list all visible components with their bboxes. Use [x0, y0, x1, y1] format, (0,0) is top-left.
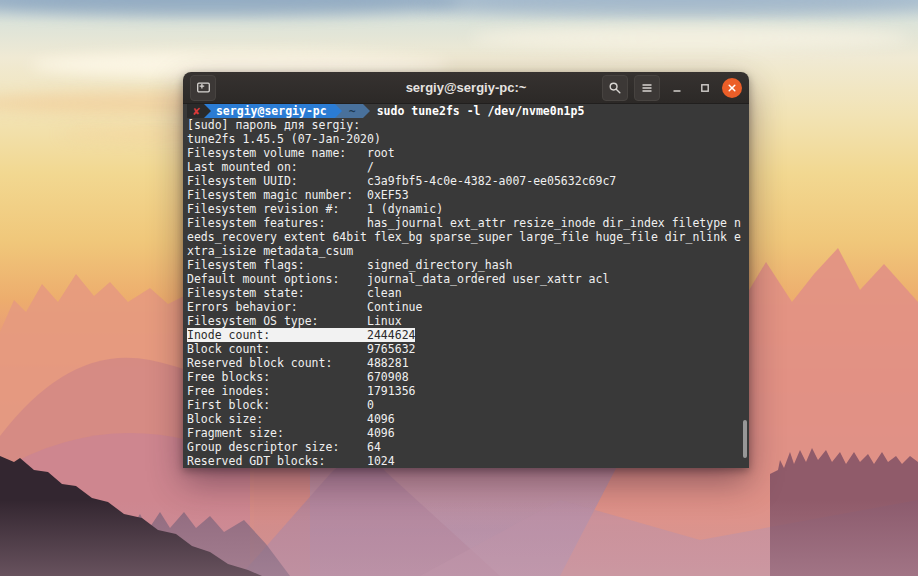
terminal-line: Errors behavior: Continue: [187, 300, 749, 314]
terminal-line: xtra_isize metadata_csum: [187, 244, 749, 258]
search-button[interactable]: [602, 75, 628, 101]
new-tab-icon: [196, 80, 211, 95]
terminal-line: Free blocks: 670908: [187, 370, 749, 384]
powerline-arrow-icon: [204, 104, 211, 118]
desktop: sergiy@sergiy-pc:~: [0, 0, 918, 576]
terminal-line: Free inodes: 1791356: [187, 384, 749, 398]
window-titlebar[interactable]: sergiy@sergiy-pc:~: [183, 72, 749, 104]
hamburger-menu-icon: [640, 81, 654, 95]
close-icon: [727, 83, 737, 93]
terminal-line: Group descriptor size: 64: [187, 440, 749, 454]
menu-button[interactable]: [634, 75, 660, 101]
terminal-line: Filesystem revision #: 1 (dynamic): [187, 202, 749, 216]
terminal-line: Filesystem UUID: c3a9fbf5-4c0e-4382-a007…: [187, 174, 749, 188]
terminal-line: First block: 0: [187, 398, 749, 412]
terminal-window: sergiy@sergiy-pc:~: [183, 72, 749, 468]
terminal-line: Last mounted on: /: [187, 160, 749, 174]
new-tab-button[interactable]: [190, 75, 216, 101]
minimize-button[interactable]: [666, 76, 688, 100]
terminal-line: eeds_recovery extent 64bit flex_bg spars…: [187, 230, 749, 244]
search-icon: [608, 81, 622, 95]
shell-prompt: ✘ sergiy@sergiy-pc ~ sudo tune2fs -l /de…: [187, 104, 749, 118]
powerline-arrow-icon: [363, 104, 370, 118]
terminal-line: Filesystem volume name: root: [187, 146, 749, 160]
terminal-body[interactable]: ✘ sergiy@sergiy-pc ~ sudo tune2fs -l /de…: [183, 104, 749, 468]
minimize-icon: [671, 82, 683, 94]
terminal-line: Block size: 4096: [187, 412, 749, 426]
prompt-directory: ~: [342, 104, 363, 118]
prompt-user-host: sergiy@sergiy-pc: [211, 104, 335, 118]
terminal-line: Filesystem magic number: 0xEF53: [187, 188, 749, 202]
maximize-icon: [699, 82, 711, 94]
terminal-line: Reserved GDT blocks: 1024: [187, 454, 749, 468]
terminal-output: [sudo] пароль для sergiy: tune2fs 1.45.5…: [187, 118, 749, 468]
terminal-line: [sudo] пароль для sergiy:: [187, 118, 749, 132]
terminal-line: Filesystem state: clean: [187, 286, 749, 300]
terminal-line: Default mount options: journal_data_orde…: [187, 272, 749, 286]
close-button[interactable]: [722, 78, 742, 98]
terminal-line: Inode count: 2444624: [187, 328, 749, 342]
terminal-line: Filesystem features: has_journal ext_att…: [187, 216, 749, 230]
terminal-line: Filesystem flags: signed_directory_hash: [187, 258, 749, 272]
maximize-button[interactable]: [694, 76, 716, 100]
terminal-line: Block count: 9765632: [187, 342, 749, 356]
scrollbar-thumb[interactable]: [743, 420, 747, 458]
typed-command: sudo tune2fs -l /dev/nvme0n1p5: [370, 104, 585, 118]
powerline-arrow-icon: [335, 104, 342, 118]
terminal-line: tune2fs 1.45.5 (07-Jan-2020): [187, 132, 749, 146]
terminal-line: Filesystem OS type: Linux: [187, 314, 749, 328]
terminal-line: Fragment size: 4096: [187, 426, 749, 440]
terminal-line: Reserved block count: 488281: [187, 356, 749, 370]
prompt-status-glyph: ✘: [187, 104, 204, 118]
selected-text: Inode count: 2444624: [187, 328, 415, 342]
